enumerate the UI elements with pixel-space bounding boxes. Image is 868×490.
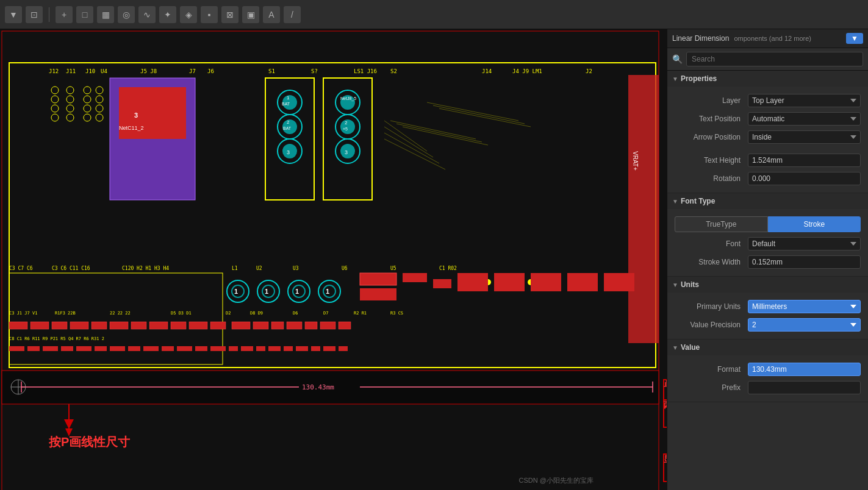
- prefix-input[interactable]: [748, 381, 861, 394]
- primary-units-select[interactable]: Millimeters Inches Mils: [748, 300, 861, 313]
- svg-rect-132: [287, 322, 302, 329]
- text-height-row: Text Height: [667, 151, 868, 169]
- search-input[interactable]: [686, 52, 863, 66]
- svg-rect-95: [433, 279, 451, 288]
- svg-rect-148: [195, 346, 207, 351]
- layer-select[interactable]: Top Layer Bottom Layer Inner Layer 1: [748, 94, 861, 107]
- svg-rect-153: [268, 346, 281, 351]
- svg-text:C120 H2 H1 H3 H4: C120 H2 H1 H3 H4: [122, 266, 169, 271]
- tool-route[interactable]: ⊡: [26, 6, 43, 23]
- svg-rect-128: [210, 322, 226, 329]
- svg-rect-156: [311, 346, 320, 351]
- value-section-header[interactable]: ▼ Value: [667, 339, 868, 355]
- tool-square[interactable]: ▪: [201, 6, 218, 23]
- tool-text[interactable]: A: [263, 6, 280, 23]
- svg-rect-145: [143, 346, 159, 351]
- svg-rect-142: [95, 346, 107, 351]
- svg-text:C8 C1 R6 R11 R9 P21 R5 Q4 R7 R: C8 C1 R6 R11 R9 P21 R5 Q4 R7 R6 R31 2: [9, 336, 104, 341]
- svg-rect-149: [210, 346, 226, 351]
- svg-rect-150: [229, 346, 238, 351]
- value-precision-label: Value Precision: [675, 321, 748, 329]
- svg-rect-118: [9, 322, 27, 329]
- format-row: Format: [667, 360, 868, 378]
- value-section-title: Value: [681, 343, 700, 352]
- annotation-display: 显示毫米: [664, 454, 667, 465]
- svg-text:22 22 22: 22 22 22: [110, 311, 131, 316]
- tool-add[interactable]: +: [56, 6, 73, 23]
- svg-rect-92: [360, 273, 396, 285]
- svg-rect-103: [457, 273, 488, 291]
- svg-rect-34: [119, 87, 186, 139]
- svg-text:R1F3 22B: R1F3 22B: [55, 311, 76, 316]
- svg-rect-157: [323, 346, 335, 351]
- stroke-width-label: Stroke Width: [675, 258, 748, 266]
- svg-rect-158: [339, 346, 348, 351]
- svg-rect-105: [531, 273, 561, 291]
- primary-units-label: Primary Units: [675, 302, 748, 311]
- svg-rect-147: [177, 346, 192, 351]
- value-precision-select[interactable]: 2 1 3 4: [748, 318, 861, 332]
- svg-text:3: 3: [287, 149, 290, 155]
- svg-text:J4 J9 LM1: J4 J9 LM1: [512, 68, 542, 74]
- tool-circle[interactable]: ◎: [118, 6, 135, 23]
- text-position-select[interactable]: Automatic Manual: [748, 112, 861, 126]
- svg-rect-140: [61, 346, 73, 351]
- stroke-button[interactable]: Stroke: [768, 216, 861, 232]
- arrow-position-value: Inside Outside: [748, 130, 861, 144]
- tool-star[interactable]: ✦: [159, 6, 176, 23]
- tool-filter[interactable]: ▼: [5, 6, 22, 23]
- arrow-position-select[interactable]: Inside Outside: [748, 130, 861, 144]
- units-section-header[interactable]: ▼ Units: [667, 277, 868, 293]
- font-select[interactable]: Default Arial Courier New: [748, 237, 861, 250]
- tool-rect[interactable]: □: [76, 6, 93, 23]
- svg-rect-122: [91, 322, 107, 329]
- value-collapse-icon: ▼: [672, 344, 678, 351]
- svg-rect-126: [171, 322, 186, 329]
- svg-text:C3 C6 C11 C16: C3 C6 C11 C16: [52, 266, 90, 271]
- tool-grid[interactable]: ▦: [97, 6, 114, 23]
- prefix-value: [748, 381, 861, 394]
- svg-rect-124: [131, 322, 146, 329]
- tool-line[interactable]: /: [284, 6, 301, 23]
- watermark: CSDN @小阳先生的宝库: [519, 476, 594, 485]
- text-height-label: Text Height: [675, 156, 748, 165]
- value-precision-value: 2 1 3 4: [748, 318, 861, 332]
- svg-rect-138: [27, 346, 40, 351]
- tool-cross[interactable]: ⊠: [221, 6, 239, 23]
- svg-text:S?: S?: [311, 68, 318, 74]
- font-section-header[interactable]: ▼ Font Type: [667, 193, 868, 209]
- format-input[interactable]: [748, 363, 861, 376]
- svg-text:1: 1: [287, 95, 290, 101]
- svg-text:LS1 J16: LS1 J16: [354, 68, 377, 74]
- svg-text:D7: D7: [323, 311, 328, 316]
- svg-text:S1: S1: [268, 68, 275, 74]
- primary-units-row: Primary Units Millimeters Inches Mils: [667, 297, 868, 316]
- svg-text:C3 J1 J7 V1: C3 J1 J7 V1: [9, 311, 37, 316]
- tool-wave[interactable]: ∿: [138, 6, 156, 23]
- search-icon: 🔍: [672, 54, 683, 64]
- tool-box[interactable]: ▣: [242, 6, 259, 23]
- stroke-width-input[interactable]: [748, 255, 861, 269]
- svg-rect-146: [162, 346, 174, 351]
- svg-rect-131: [271, 322, 284, 329]
- svg-rect-119: [30, 322, 49, 329]
- svg-text:NetC11_2: NetC11_2: [119, 125, 144, 131]
- text-height-input[interactable]: [748, 154, 861, 167]
- svg-rect-155: [296, 346, 308, 351]
- svg-rect-143: [110, 346, 125, 351]
- svg-text:3: 3: [134, 112, 138, 119]
- svg-text:130.43mm: 130.43mm: [302, 383, 334, 391]
- rotation-input[interactable]: [748, 172, 861, 185]
- tool-diamond[interactable]: ◈: [180, 6, 197, 23]
- panel-filter-button[interactable]: ▼: [846, 33, 863, 44]
- svg-rect-144: [128, 346, 140, 351]
- truetype-button[interactable]: TrueType: [675, 216, 768, 232]
- prefix-row: Prefix: [667, 378, 868, 397]
- properties-collapse-icon: ▼: [672, 76, 678, 82]
- pcb-canvas[interactable]: J12 J11 J10 U4 J7 J6 J5 J8 S1 S? LS1 J16…: [0, 29, 667, 490]
- rotation-label: Rotation: [675, 174, 748, 183]
- svg-text:J5 J8: J5 J8: [140, 68, 157, 74]
- toolbar-sep-1: [49, 7, 49, 22]
- panel-title: Linear Dimension: [672, 34, 729, 43]
- properties-section-header[interactable]: ▼ Properties: [667, 71, 868, 87]
